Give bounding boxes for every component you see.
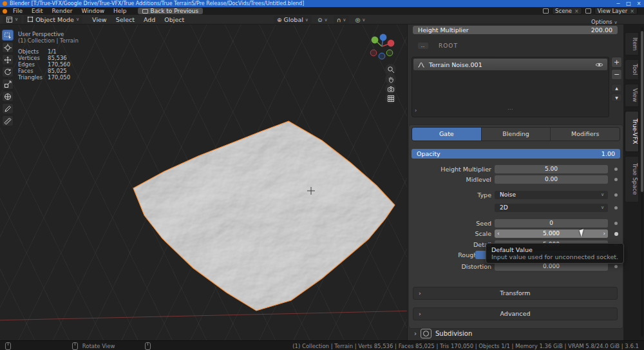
- detail-label: Detail: [412, 240, 491, 249]
- tab-blending[interactable]: Blending: [482, 128, 551, 141]
- menu-add[interactable]: Add: [139, 16, 160, 23]
- section-subdivision[interactable]: › Subdivision: [414, 329, 472, 338]
- viewport-overlay-stats: User Perspective (1) Collection | Terrai…: [18, 31, 79, 81]
- editor-type-selector[interactable]: ∨: [3, 15, 21, 24]
- tab-gate[interactable]: Gate: [412, 128, 482, 141]
- menu-help[interactable]: Help: [109, 7, 131, 15]
- true-vfx-panel: Height Multiplier 200.00 Options ∨ ‥ ROO…: [407, 24, 623, 340]
- maximize-button[interactable]: □: [623, 0, 634, 7]
- axis-z-ball[interactable]: [380, 34, 387, 41]
- tab-true-space[interactable]: True Space: [625, 156, 639, 202]
- layer-row-terrain-noise[interactable]: Terrain Noise.001: [413, 59, 607, 70]
- section-advanced[interactable]: › Advanced: [413, 307, 618, 320]
- rotate-view-hint: Rotate View: [82, 343, 115, 349]
- seed-field[interactable]: 0: [495, 219, 608, 228]
- tool-measure[interactable]: [2, 115, 14, 126]
- decorator-dot[interactable]: [614, 168, 618, 171]
- list-expand-arrow[interactable]: ›: [415, 108, 417, 113]
- axis-x-neg-ball[interactable]: [370, 50, 377, 56]
- axis-z-neg-ball[interactable]: [379, 53, 385, 59]
- decorator-dot[interactable]: [614, 178, 618, 181]
- height-multiplier-field[interactable]: 5.00: [495, 165, 608, 173]
- options-dropdown[interactable]: Options ∨: [591, 19, 618, 25]
- back-to-previous-button[interactable]: Back to Previous: [138, 8, 204, 14]
- minimize-button[interactable]: ─: [613, 0, 623, 7]
- chevron-down-icon: ∨: [601, 191, 604, 199]
- mode-selector[interactable]: Object Mode ∨: [24, 15, 82, 24]
- move-layer-up-button[interactable]: ▲: [611, 84, 622, 92]
- chevron-down-icon: ∨: [76, 17, 79, 22]
- viewport-3d[interactable]: User Perspective (1) Collection | Terrai…: [0, 24, 407, 340]
- terrain-layer-list[interactable]: Terrain Noise.001 › ⋯: [412, 57, 609, 117]
- eye-icon[interactable]: [595, 62, 603, 68]
- back-to-previous-label: Back to Previous: [151, 8, 199, 14]
- tab-modifiers[interactable]: Modifiers: [551, 128, 620, 141]
- decorator-dot[interactable]: [614, 265, 618, 268]
- menu-object[interactable]: Object: [160, 16, 189, 23]
- proportional-editing-toggle[interactable]: ◎ ∨: [352, 15, 368, 24]
- midlevel-field[interactable]: 0.00: [495, 175, 608, 184]
- decrement-arrow-icon[interactable]: ‹: [497, 229, 500, 238]
- snap-toggle[interactable]: ∩ ∨: [334, 15, 350, 24]
- tool-move[interactable]: [2, 54, 14, 65]
- tool-scale[interactable]: [2, 79, 14, 90]
- tooltip-body: Input value used for unconnected socket.: [491, 253, 618, 260]
- menu-render[interactable]: Render: [48, 7, 77, 15]
- section-transform[interactable]: › Transform: [413, 287, 618, 300]
- panel-scrollbar[interactable]: [641, 27, 643, 336]
- navigation-gizmo[interactable]: [361, 32, 402, 68]
- chevron-down-icon: ∨: [601, 204, 604, 212]
- tool-rotate[interactable]: [2, 66, 14, 77]
- decorator-dot[interactable]: [614, 206, 618, 209]
- dimension-dropdown[interactable]: 2D ∨: [495, 204, 608, 212]
- orientation-selector[interactable]: ⊕ Global ∨: [274, 15, 312, 24]
- menu-window[interactable]: Window: [77, 7, 109, 15]
- stat-faces: Faces85,025: [18, 68, 79, 74]
- type-dropdown[interactable]: Noise ∨: [495, 191, 608, 199]
- view-layer-unlink-icon[interactable]: ×: [630, 8, 634, 14]
- tab-tool[interactable]: Tool: [625, 59, 639, 80]
- view-layer-selector[interactable]: View Layer ×: [594, 7, 638, 15]
- axis-x-ball[interactable]: [388, 40, 395, 47]
- chevron-down-icon: ∨: [325, 17, 328, 23]
- move-layer-down-button[interactable]: ▼: [611, 93, 622, 102]
- tab-item[interactable]: Item: [625, 32, 639, 55]
- scene-selector[interactable]: Scene ×: [552, 7, 582, 15]
- tab-true-vfx[interactable]: True-VFX: [625, 111, 639, 152]
- height-multiplier-top-slider[interactable]: Height Multiplier 200.00: [413, 26, 618, 34]
- menu-select[interactable]: Select: [111, 16, 139, 23]
- tool-annotate[interactable]: [2, 103, 14, 114]
- menu-edit[interactable]: Edit: [27, 7, 47, 15]
- tool-select-box[interactable]: [2, 30, 14, 41]
- decorator-dot[interactable]: [614, 222, 618, 225]
- tool-transform[interactable]: [2, 91, 14, 102]
- stat-triangles: Triangles170,050: [18, 74, 79, 81]
- axis-y-neg-ball[interactable]: [386, 50, 393, 56]
- camera-icon: [387, 85, 395, 93]
- perspective-toggle-button[interactable]: [385, 93, 396, 104]
- menu-file[interactable]: File: [8, 7, 27, 15]
- remove-layer-button[interactable]: −: [611, 69, 622, 80]
- list-resize-grip[interactable]: ⋯: [507, 106, 513, 112]
- height-multiplier-top-label: Height Multiplier: [413, 26, 591, 34]
- breadcrumb-back-button[interactable]: ‥: [418, 43, 428, 49]
- tool-cursor[interactable]: [2, 42, 14, 53]
- scene-unlink-icon[interactable]: ×: [574, 8, 579, 14]
- axis-y-ball[interactable]: [372, 37, 379, 44]
- decorator-dot[interactable]: [614, 193, 618, 197]
- increment-arrow-icon[interactable]: ›: [603, 229, 605, 238]
- add-layer-button[interactable]: +: [611, 57, 622, 68]
- view-layer-name: View Layer: [598, 8, 628, 14]
- scrollbar-thumb[interactable]: [641, 31, 643, 192]
- chevron-right-icon: ›: [419, 287, 421, 299]
- blender-menu-icon[interactable]: [3, 9, 7, 14]
- type-value: Noise: [500, 191, 516, 198]
- opacity-slider[interactable]: Opacity 1.00: [412, 149, 620, 159]
- pivot-point-selector[interactable]: ⊙ ∨: [314, 15, 331, 24]
- menu-view[interactable]: View: [88, 16, 111, 23]
- decorator-dot[interactable]: [614, 232, 618, 236]
- mouse-icon: [145, 342, 151, 350]
- close-button[interactable]: ×: [634, 0, 644, 7]
- tab-view[interactable]: View: [625, 84, 639, 107]
- scale-field[interactable]: ‹ 5.000 ›: [495, 229, 608, 238]
